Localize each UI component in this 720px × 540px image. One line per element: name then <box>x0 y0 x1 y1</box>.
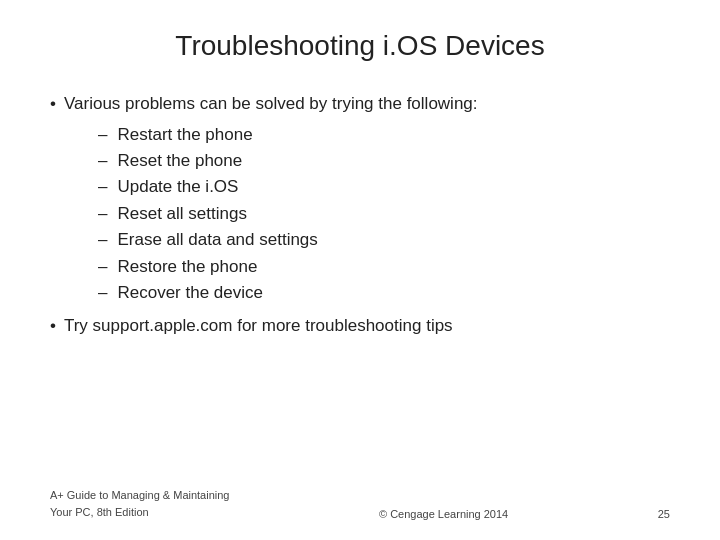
sub-item-1: – Restart the phone <box>98 122 670 148</box>
sub-list: – Restart the phone – Reset the phone – … <box>98 122 670 306</box>
footer-page-number: 25 <box>658 508 670 520</box>
sub-item-7-text: Recover the device <box>117 280 263 306</box>
sub-item-5: – Erase all data and settings <box>98 227 670 253</box>
dash-2: – <box>98 148 107 174</box>
bullet-symbol-2: • <box>50 314 56 338</box>
dash-1: – <box>98 122 107 148</box>
bullet-2-text: Try support.apple.com for more troublesh… <box>64 314 453 338</box>
sub-item-7: – Recover the device <box>98 280 670 306</box>
sub-item-4-text: Reset all settings <box>117 201 246 227</box>
slide-content: • Various problems can be solved by tryi… <box>50 92 670 477</box>
footer: A+ Guide to Managing & Maintaining Your … <box>50 477 670 520</box>
footer-center: © Cengage Learning 2014 <box>379 508 508 520</box>
footer-left-line2: Your PC, 8th Edition <box>50 504 229 521</box>
sub-item-3-text: Update the i.OS <box>117 174 238 200</box>
bullet-1-text: Various problems can be solved by trying… <box>64 92 478 116</box>
dash-3: – <box>98 174 107 200</box>
dash-5: – <box>98 227 107 253</box>
bullet-2: • Try support.apple.com for more trouble… <box>50 314 670 338</box>
bullet-1: • Various problems can be solved by tryi… <box>50 92 670 116</box>
sub-item-4: – Reset all settings <box>98 201 670 227</box>
bullet-symbol-1: • <box>50 92 56 116</box>
footer-left: A+ Guide to Managing & Maintaining Your … <box>50 487 229 520</box>
sub-item-2-text: Reset the phone <box>117 148 242 174</box>
sub-item-6: – Restore the phone <box>98 254 670 280</box>
slide: Troubleshooting i.OS Devices • Various p… <box>0 0 720 540</box>
sub-item-2: – Reset the phone <box>98 148 670 174</box>
slide-title: Troubleshooting i.OS Devices <box>50 30 670 62</box>
footer-left-line1: A+ Guide to Managing & Maintaining <box>50 487 229 504</box>
dash-7: – <box>98 280 107 306</box>
dash-6: – <box>98 254 107 280</box>
dash-4: – <box>98 201 107 227</box>
sub-item-3: – Update the i.OS <box>98 174 670 200</box>
sub-item-6-text: Restore the phone <box>117 254 257 280</box>
sub-item-5-text: Erase all data and settings <box>117 227 317 253</box>
sub-item-1-text: Restart the phone <box>117 122 252 148</box>
